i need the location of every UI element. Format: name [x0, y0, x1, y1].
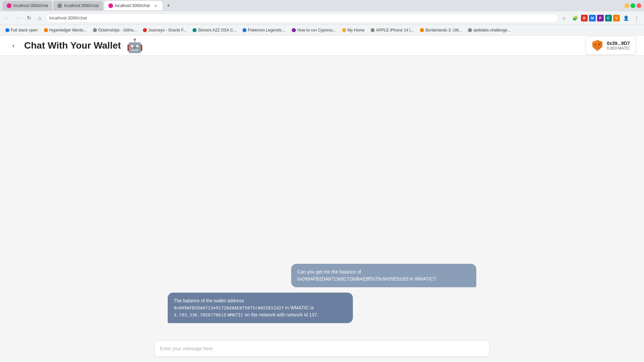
home-button[interactable]: ⌂: [35, 13, 44, 23]
bot-message-suffix: on the network with network id 137.: [243, 312, 318, 317]
bookmark-octernships-favicon: [93, 28, 97, 32]
bookmark-octernships-label: Octernships - GitHu...: [98, 28, 137, 33]
user-message-text: Can you get me the balance of 0x099AFB2D…: [297, 269, 436, 282]
wallet-balance: 0.003 MATIC: [607, 46, 630, 51]
bookmark-fullstack[interactable]: Full stack open: [3, 26, 41, 34]
bookmark-button[interactable]: ☆: [559, 13, 569, 23]
tab-1-label: localhost:3000/chat: [13, 3, 48, 8]
tab-3-label: localhost:3000/chat: [115, 3, 150, 8]
bookmark-hyperledger-favicon: [44, 28, 48, 32]
tab-2-favicon: [57, 3, 62, 8]
bookmark-strivers-favicon: [193, 28, 197, 32]
browser-toolbar: ← → ↻ ⌂ localhost:3000/chat ☆ 🧩 B M P C …: [0, 11, 644, 25]
bot-balance: 3,793,336.7056770615: [174, 312, 226, 317]
input-wrapper: [154, 341, 490, 357]
tab-3-favicon: [108, 3, 113, 8]
reload-button[interactable]: ↻: [24, 13, 34, 23]
robot-icon: 🤖: [126, 39, 143, 52]
user-message-row: Can you get me the balance of 0x099AFB2D…: [168, 264, 476, 287]
tab-2-label: localhost:3000/chat: [64, 3, 99, 8]
tab-3-close[interactable]: ✕: [153, 3, 158, 8]
ext-icon-1[interactable]: B: [581, 15, 588, 21]
bookmark-pokemon-label: Pokémon Legends:...: [248, 28, 286, 33]
browser-window: localhost:3000/chat localhost:3000/chat …: [0, 0, 644, 362]
bookmark-myhome-favicon: [342, 28, 346, 32]
menu-button[interactable]: ⋮: [632, 13, 641, 23]
tab-3[interactable]: localhost:3000/chat ✕: [104, 1, 162, 10]
back-button[interactable]: ‹: [8, 40, 19, 51]
page-content: ‹ Chat With Your Wallet 🤖: [0, 36, 644, 362]
window-controls: [625, 3, 641, 8]
ext-icon-2[interactable]: M: [589, 15, 596, 21]
url-display: localhost:3000/chat: [49, 15, 87, 20]
ext-icon-5[interactable]: V: [613, 15, 620, 21]
back-nav-button[interactable]: ←: [3, 13, 12, 23]
bot-address: 0x099AFB2DA8713e91728d8AE8f5075c9A55E52d…: [174, 305, 284, 310]
tab-2[interactable]: localhost:3000/chat: [53, 1, 103, 10]
address-bar[interactable]: localhost:3000/chat: [46, 13, 558, 23]
user-message-bubble: Can you get me the balance of 0x099AFB2D…: [291, 264, 476, 287]
messages-area: Can you get me the balance of 0x099AFB2D…: [168, 62, 476, 328]
bookmark-hyperledger-label: Hyperledger Mento...: [49, 28, 87, 33]
chat-container: Can you get me the balance of 0x099AFB2D…: [154, 56, 490, 335]
bookmark-borderlands-label: Borderlands 3: Ulti...: [425, 28, 462, 33]
close-button[interactable]: [637, 3, 641, 8]
bookmark-cypress[interactable]: How to run Cypress...: [289, 26, 338, 34]
bookmark-cypress-label: How to run Cypress...: [297, 28, 336, 33]
bot-message-bubble: The balance of the wallet address 0x099A…: [168, 293, 353, 323]
ext-icon-4[interactable]: C: [605, 15, 612, 21]
bookmark-cypress-favicon: [292, 28, 296, 32]
app-header: ‹ Chat With Your Wallet 🤖: [0, 36, 644, 56]
bookmark-pokemon-favicon: [243, 28, 247, 32]
bookmark-borderlands[interactable]: Borderlands 3: Ulti...: [417, 26, 465, 34]
bookmark-octernships[interactable]: Octernships - GitHu...: [90, 26, 140, 34]
bookmark-myhome[interactable]: My Home: [339, 26, 367, 34]
bookmark-hyperledger[interactable]: Hyperledger Mento...: [41, 26, 90, 34]
bot-message-prefix: The balance of the wallet address: [174, 298, 244, 303]
toolbar-actions: ☆ 🧩 B M P C V 👤 ⋮: [559, 13, 641, 23]
header-left: ‹ Chat With Your Wallet 🤖: [8, 39, 143, 52]
bookmark-fullstack-label: Full stack open: [11, 28, 38, 33]
bookmark-pokemon[interactable]: Pokémon Legends:...: [240, 26, 288, 34]
bookmark-journeys-favicon: [143, 28, 147, 32]
message-input[interactable]: [160, 346, 484, 351]
bookmark-apple-label: APPLE iPhone 14 (...: [376, 28, 414, 33]
bookmark-borderlands-favicon: [420, 28, 424, 32]
extensions-button[interactable]: 🧩: [570, 13, 580, 23]
bookmark-fullstack-favicon: [5, 28, 9, 32]
bot-token: WMATIC: [227, 312, 243, 317]
wallet-badge[interactable]: 0x39...9D7 0.003 MATIC: [586, 37, 636, 55]
new-tab-button[interactable]: +: [164, 1, 173, 10]
bookmark-strivers-label: Strivers A2Z DSA C...: [198, 28, 236, 33]
bookmark-myhome-label: My Home: [347, 28, 365, 33]
minimize-button[interactable]: [625, 3, 629, 8]
bookmark-qwiklabs[interactable]: qwiklabs-challenge...: [465, 26, 513, 34]
bookmarks-bar: Full stack open Hyperledger Mento... Oct…: [0, 25, 644, 36]
bot-message-row: The balance of the wallet address 0x099A…: [168, 293, 476, 323]
profile-button[interactable]: 👤: [621, 13, 631, 23]
bookmark-journeys[interactable]: Journeys - Oracle F...: [140, 26, 189, 34]
bookmark-qwiklabs-favicon: [468, 28, 472, 32]
bookmark-qwiklabs-label: qwiklabs-challenge...: [473, 28, 511, 33]
input-area: [0, 335, 644, 362]
tab-1[interactable]: localhost:3000/chat: [3, 1, 52, 10]
bookmark-apple-favicon: [371, 28, 375, 32]
bot-message-mid: in WMATIC is: [284, 305, 314, 310]
title-bar: localhost:3000/chat localhost:3000/chat …: [0, 0, 644, 11]
bookmark-journeys-label: Journeys - Oracle F...: [148, 28, 186, 33]
page-title: Chat With Your Wallet: [24, 40, 121, 51]
tab-1-favicon: [7, 3, 11, 8]
svg-point-10: [598, 44, 600, 45]
wallet-info: 0x39...9D7 0.003 MATIC: [607, 41, 630, 51]
svg-point-9: [595, 44, 597, 45]
ext-icon-3[interactable]: P: [597, 15, 604, 21]
metamask-icon: [591, 40, 603, 52]
bookmark-strivers[interactable]: Strivers A2Z DSA C...: [190, 26, 239, 34]
forward-nav-button[interactable]: →: [13, 13, 23, 23]
wallet-address: 0x39...9D7: [607, 41, 630, 46]
bookmark-apple[interactable]: APPLE iPhone 14 (...: [368, 26, 417, 34]
maximize-button[interactable]: [631, 3, 635, 8]
